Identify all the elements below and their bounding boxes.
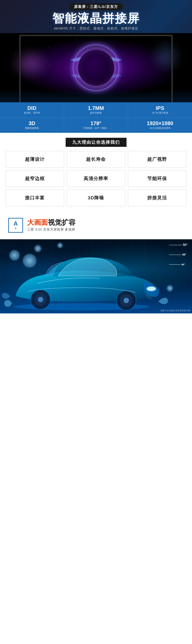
reasons-title-wrap: 九大理由让你选择我们: [3, 138, 189, 147]
spec-angle: 178° 可视角度（水平＊垂直）: [64, 118, 128, 133]
size-46-label: 46": [169, 262, 189, 268]
star-decoration: [134, 36, 135, 37]
brand-badge-text: 原装屏：三星/LG/京东方: [74, 4, 118, 9]
aplus-title-normal: 视觉扩容: [48, 218, 75, 226]
hero-subtitle: 46/49/55 尺寸，壁挂式、落地式、机柜式、前维护液压: [0, 26, 192, 31]
svg-text:55": 55": [183, 243, 188, 246]
hero-title: 智能液晶拼接屏: [0, 12, 192, 25]
spec-bezel-value: 1.7MM: [66, 105, 126, 111]
aplus-main-title: 大画面视觉扩容: [27, 219, 75, 226]
spec-resolution: 1920×1080 16:9 比例高清分辨率: [128, 118, 192, 133]
svg-point-1: [147, 286, 156, 291]
aplus-text-block: 大画面视觉扩容 三星 /LG/ 京东方原装屏 多选择: [27, 219, 75, 232]
aplus-section: A + 大画面视觉扩容 三星 /LG/ 京东方原装屏 多选择: [0, 211, 192, 239]
city-silhouette: [0, 89, 192, 102]
spec-3d-label: 图像智能降噪: [2, 127, 62, 130]
aplus-badge-plus: +: [15, 226, 17, 230]
specs-section: DID 低功耗、高环保 1.7MM 超窄边拼缝 IPS 16.7M 显示色域 3…: [0, 102, 192, 133]
reason-8: 3D降噪: [67, 190, 125, 206]
watermark: 搜狐号@无锡云客多媒体显示网: [160, 309, 190, 312]
reason-4: 超窄边框: [5, 170, 64, 187]
size-labels: 55" 49" 46": [169, 242, 189, 268]
reason-3: 超广视野: [128, 151, 187, 168]
hero-section: 原装屏：三星/LG/京东方 智能液晶拼接屏 46/49/55 尺寸，壁挂式、落地…: [0, 0, 192, 102]
spec-3d: 3D 图像智能降噪: [0, 118, 64, 133]
reason-5: 高清分辨率: [67, 170, 125, 187]
video-wall-display: [0, 33, 192, 102]
size-49-label: 49": [169, 252, 189, 258]
spec-angle-value: 178°: [66, 120, 126, 126]
reason-2: 超长寿命: [67, 151, 125, 168]
spec-ips-label: 16.7M 显示色域: [130, 112, 190, 114]
reason-6: 节能环保: [128, 170, 187, 187]
reasons-section: 九大理由让你选择我们 超薄设计 超长寿命 超广视野 超窄边框 高清分辨率 节能环…: [0, 133, 192, 211]
spec-did-value: DID: [2, 105, 62, 111]
aplus-title-highlight: 大画面: [27, 218, 48, 226]
planet-core: [78, 50, 114, 86]
spec-angle-label: 可视角度（水平＊垂直）: [66, 127, 126, 130]
spec-did: DID 低功耗、高环保: [0, 102, 64, 118]
reasons-grid: 超薄设计 超长寿命 超广视野 超窄边框 高清分辨率 节能环保 接口丰富 3D降噪…: [5, 151, 187, 206]
spec-bezel-label: 超窄边拼缝: [66, 112, 126, 114]
spec-did-label: 低功耗、高环保: [2, 112, 62, 114]
car-illustration: [0, 246, 163, 308]
spec-resolution-value: 1920×1080: [130, 120, 190, 126]
reason-7: 接口丰富: [5, 190, 64, 206]
spec-resolution-label: 16:9 比例高清分辨率: [130, 127, 190, 130]
reason-1: 超薄设计: [5, 151, 64, 168]
nebula-left: [9, 47, 51, 80]
video-wall-background: [0, 33, 192, 102]
spec-bezel: 1.7MM 超窄边拼缝: [64, 102, 128, 118]
svg-point-4: [38, 297, 43, 302]
size-55-label: 55": [169, 242, 189, 248]
aplus-sub-text: 三星 /LG/ 京东方原装屏 多选择: [27, 227, 75, 232]
spec-3d-value: 3D: [2, 120, 62, 126]
star-decoration: [29, 40, 29, 40]
brand-badge: 原装屏：三星/LG/京东方: [69, 3, 123, 10]
svg-text:46": 46": [181, 263, 185, 266]
aplus-badge: A +: [8, 218, 23, 233]
spec-ips: IPS 16.7M 显示色域: [128, 102, 192, 118]
aplus-badge-letter: A: [13, 221, 18, 226]
planet-visual: [71, 43, 121, 92]
reason-9: 拼接灵活: [128, 190, 187, 206]
star-decoration: [77, 39, 77, 39]
svg-text:49": 49": [182, 253, 186, 256]
svg-point-7: [124, 298, 129, 303]
nebula-right: [150, 40, 183, 73]
reasons-title: 九大理由让你选择我们: [66, 138, 127, 147]
spec-ips-value: IPS: [130, 105, 190, 111]
aplus-content: A + 大画面视觉扩容 三星 /LG/ 京东方原装屏 多选择: [3, 218, 189, 233]
droplet: [167, 286, 173, 291]
car-section: 55" 49" 46" 搜狐号@无锡云客多媒体显示网: [0, 239, 192, 314]
